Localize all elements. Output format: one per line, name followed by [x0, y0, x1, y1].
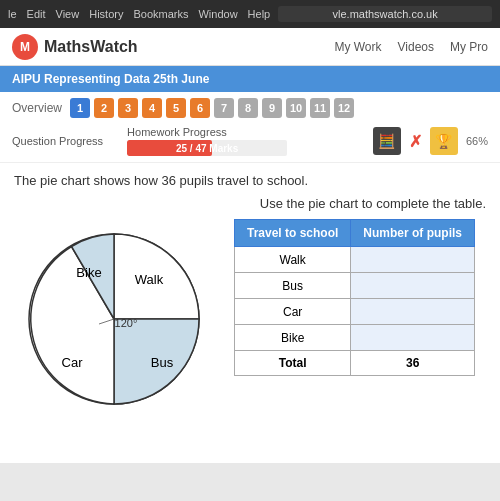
logo-icon: M	[12, 34, 38, 60]
walk-label: Walk	[135, 272, 164, 287]
browser-menu: le Edit View History Bookmarks Window He…	[8, 8, 270, 20]
bus-label: Bus	[151, 355, 174, 370]
tab-2[interactable]: 2	[94, 98, 114, 118]
logo-text: MathsWatch	[44, 38, 138, 56]
pupils-bike-input[interactable]	[351, 325, 475, 351]
icons-right: 🧮 ✗ 🏆 66%	[373, 127, 488, 155]
logo: M MathsWatch	[12, 34, 138, 60]
tab-overview[interactable]: Overview	[12, 101, 62, 115]
menu-bookmarks[interactable]: Bookmarks	[133, 8, 188, 20]
table-row-total: Total 36	[235, 351, 475, 376]
tab-8[interactable]: 8	[238, 98, 258, 118]
travel-walk: Walk	[235, 247, 351, 273]
menu-history[interactable]: History	[89, 8, 123, 20]
trophy-icon: 🏆	[430, 127, 458, 155]
bike-label: Bike	[76, 265, 101, 280]
tab-7[interactable]: 7	[214, 98, 234, 118]
car-label: Car	[62, 355, 84, 370]
chart-table-row: Walk Bus Car Bike 120° Travel to school …	[14, 219, 486, 419]
nav-bar: My Work Videos My Pro	[334, 40, 488, 54]
question-progress-label: Question Progress	[12, 135, 103, 147]
browser-bar: le Edit View History Bookmarks Window He…	[0, 0, 500, 28]
menu-edit[interactable]: Edit	[27, 8, 46, 20]
travel-car: Car	[235, 299, 351, 325]
tab-4[interactable]: 4	[142, 98, 162, 118]
col-header-pupils: Number of pupils	[351, 220, 475, 247]
data-table: Travel to school Number of pupils Walk B…	[234, 219, 475, 376]
menu-help[interactable]: Help	[248, 8, 271, 20]
bike-input-field[interactable]	[388, 330, 438, 345]
pie-chart: Walk Bus Car Bike 120°	[14, 219, 214, 419]
site-header: M MathsWatch My Work Videos My Pro	[0, 28, 500, 66]
percent-badge: 66%	[466, 135, 488, 147]
pupils-walk-input[interactable]	[351, 247, 475, 273]
question-progress: Question Progress	[12, 135, 103, 147]
menu-window[interactable]: Window	[198, 8, 237, 20]
pie-chart-svg: Walk Bus Car Bike 120°	[14, 219, 214, 419]
tab-9[interactable]: 9	[262, 98, 282, 118]
table-row: Walk	[235, 247, 475, 273]
question-text: The pie chart shows how 36 pupils travel…	[14, 173, 486, 188]
total-label: Total	[235, 351, 351, 376]
pupils-bus-input[interactable]	[351, 273, 475, 299]
nav-my-work[interactable]: My Work	[334, 40, 381, 54]
table-row: Bus	[235, 273, 475, 299]
menu-view[interactable]: View	[56, 8, 80, 20]
travel-bus: Bus	[235, 273, 351, 299]
nav-videos[interactable]: Videos	[398, 40, 434, 54]
car-input-field[interactable]	[388, 304, 438, 319]
tab-6[interactable]: 6	[190, 98, 210, 118]
bus-input-field[interactable]	[388, 278, 438, 293]
tab-1[interactable]: 1	[70, 98, 90, 118]
table-row: Car	[235, 299, 475, 325]
tab-5[interactable]: 5	[166, 98, 186, 118]
use-chart-text: Use the pie chart to complete the table.	[14, 196, 486, 211]
nav-my-pro[interactable]: My Pro	[450, 40, 488, 54]
homework-progress: Homework Progress 25 / 47 Marks	[127, 126, 287, 156]
tab-11[interactable]: 11	[310, 98, 330, 118]
progress-bar-text: 25 / 47 Marks	[127, 140, 287, 156]
progress-section: Question Progress Homework Progress 25 /…	[0, 120, 500, 163]
x-icon: ✗	[409, 132, 422, 151]
task-bar: AIPU Representing Data 25th June	[0, 66, 500, 92]
table-container: Travel to school Number of pupils Walk B…	[234, 219, 475, 376]
homework-progress-bar: 25 / 47 Marks	[127, 140, 287, 156]
walk-input-field[interactable]	[388, 252, 438, 267]
total-value: 36	[351, 351, 475, 376]
homework-progress-label: Homework Progress	[127, 126, 287, 138]
main-content: The pie chart shows how 36 pupils travel…	[0, 163, 500, 463]
angle-label: 120°	[115, 317, 138, 329]
col-header-travel: Travel to school	[235, 220, 351, 247]
menu-le[interactable]: le	[8, 8, 17, 20]
tab-10[interactable]: 10	[286, 98, 306, 118]
task-bar-label: AIPU Representing Data 25th June	[12, 72, 209, 86]
calculator-icon[interactable]: 🧮	[373, 127, 401, 155]
travel-bike: Bike	[235, 325, 351, 351]
tab-3[interactable]: 3	[118, 98, 138, 118]
pupils-car-input[interactable]	[351, 299, 475, 325]
table-row: Bike	[235, 325, 475, 351]
tabs-row: Overview 1 2 3 4 5 6 7 8 9 10 11 12	[0, 92, 500, 120]
address-bar[interactable]: vle.mathswatch.co.uk	[278, 6, 492, 22]
tab-12[interactable]: 12	[334, 98, 354, 118]
